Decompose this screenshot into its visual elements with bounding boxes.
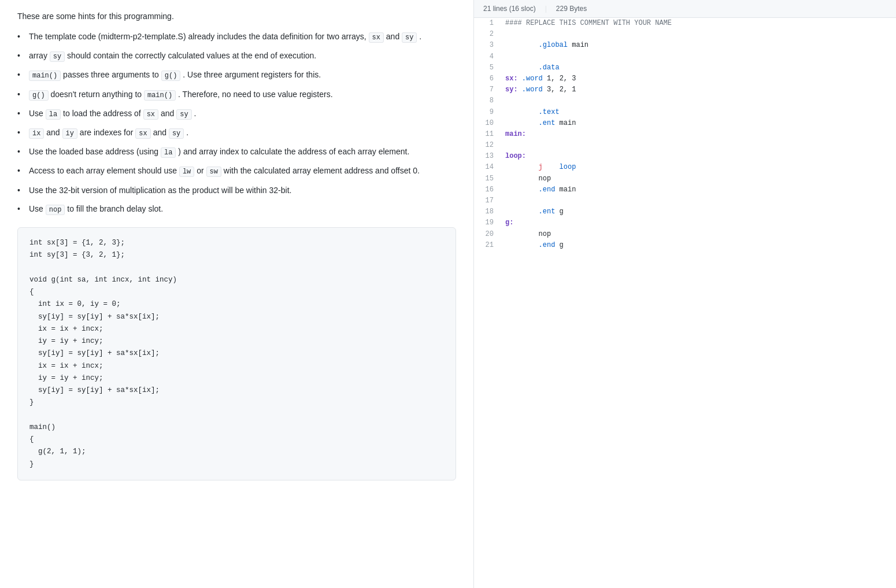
line-number: 4 — [474, 51, 503, 62]
line-content: nop — [503, 173, 896, 184]
table-row: 11main: — [474, 129, 896, 140]
table-row: 4 — [474, 51, 896, 62]
right-panel: 21 lines (16 sloc) | 229 Bytes 1#### REP… — [474, 0, 896, 588]
line-content: .end main — [503, 184, 896, 195]
line-number: 3 — [474, 40, 503, 51]
table-row: 17 — [474, 195, 896, 206]
line-content: .data — [503, 62, 896, 73]
line-number: 18 — [474, 206, 503, 217]
line-content: .ent g — [503, 206, 896, 217]
line-number: 9 — [474, 107, 503, 118]
line-content: .global main — [503, 40, 896, 51]
file-meta: 21 lines (16 sloc) | 229 Bytes — [474, 0, 896, 18]
table-row: 16 .end main — [474, 184, 896, 195]
line-content — [503, 29, 896, 40]
table-row: 1#### REPLACE THIS COMMENT WITH YOUR NAM… — [474, 18, 896, 29]
line-content: #### REPLACE THIS COMMENT WITH YOUR NAME — [503, 18, 896, 29]
line-number: 21 — [474, 240, 503, 251]
line-number: 1 — [474, 18, 503, 29]
code-block: int sx[3] = {1, 2, 3}; int sy[3] = {3, 2… — [17, 227, 456, 480]
code-main-1: main() — [29, 71, 61, 81]
code-lw: lw — [179, 167, 194, 177]
line-content: .end g — [503, 240, 896, 251]
line-number: 12 — [474, 140, 503, 151]
code-sx-1: sx — [369, 32, 384, 43]
hint-3: main() passes three arguments to g() . U… — [17, 68, 456, 82]
code-sy-4: sy — [169, 128, 184, 139]
hint-5: Use la to load the address of sx and sy … — [17, 107, 456, 120]
line-number: 11 — [474, 129, 503, 140]
line-content: loop: — [503, 151, 896, 162]
table-row: 14 j loop — [474, 162, 896, 173]
code-iy-1: iy — [62, 128, 77, 139]
line-number: 6 — [474, 73, 503, 84]
line-content: g: — [503, 217, 896, 228]
line-number: 2 — [474, 29, 503, 40]
line-content: .ent main — [503, 118, 896, 129]
code-la-2: la — [161, 147, 176, 158]
line-number: 10 — [474, 118, 503, 129]
table-row: 18 .ent g — [474, 206, 896, 217]
line-content: sx: .word 1, 2, 3 — [503, 73, 896, 84]
hint-9: Use the 32-bit version of multiplication… — [17, 184, 456, 197]
code-g-1: g() — [161, 71, 181, 81]
code-main-2: main() — [144, 90, 176, 101]
line-number: 17 — [474, 195, 503, 206]
table-row: 12 — [474, 140, 896, 151]
line-number: 5 — [474, 62, 503, 73]
code-ix-1: ix — [29, 128, 44, 139]
line-content: j loop — [503, 162, 896, 173]
line-content — [503, 95, 896, 106]
line-number: 16 — [474, 184, 503, 195]
code-g-2: g() — [29, 90, 49, 101]
code-sw: sw — [206, 167, 221, 177]
code-la-1: la — [46, 109, 61, 120]
hint-10: Use nop to fill the branch delay slot. — [17, 202, 456, 216]
table-row: 15 nop — [474, 173, 896, 184]
code-sy-3: sy — [176, 109, 191, 120]
line-content: .text — [503, 107, 896, 118]
line-content: main: — [503, 129, 896, 140]
table-row: 8 — [474, 95, 896, 106]
table-row: 3 .global main — [474, 40, 896, 51]
line-number: 15 — [474, 173, 503, 184]
table-row: 21 .end g — [474, 240, 896, 251]
line-number: 8 — [474, 95, 503, 106]
table-row: 7sy: .word 3, 2, 1 — [474, 84, 896, 95]
line-number: 20 — [474, 229, 503, 240]
code-sx-3: sx — [135, 128, 150, 139]
left-panel: These are some hints for this programmin… — [0, 0, 474, 588]
code-sy-1: sy — [402, 32, 417, 43]
table-row: 20 nop — [474, 229, 896, 240]
line-content — [503, 195, 896, 206]
hint-7: Use the loaded base address (using la ) … — [17, 145, 456, 158]
table-row: 10 .ent main — [474, 118, 896, 129]
hint-2: array sy should contain the correctly ca… — [17, 49, 456, 62]
line-content: nop — [503, 229, 896, 240]
file-lines: 21 lines (16 sloc) — [483, 5, 536, 13]
meta-divider: | — [545, 5, 547, 13]
code-table: 1#### REPLACE THIS COMMENT WITH YOUR NAM… — [474, 18, 896, 251]
line-number: 13 — [474, 151, 503, 162]
code-sx-2: sx — [143, 109, 158, 120]
hint-8: Access to each array element should use … — [17, 164, 456, 177]
line-content: sy: .word 3, 2, 1 — [503, 84, 896, 95]
code-nop: nop — [46, 205, 65, 215]
file-size: 229 Bytes — [556, 5, 587, 13]
line-number: 19 — [474, 217, 503, 228]
line-number: 7 — [474, 84, 503, 95]
hints-list: The template code (midterm-p2-template.S… — [17, 30, 456, 216]
table-row: 5 .data — [474, 62, 896, 73]
hint-6: ix and iy are indexes for sx and sy . — [17, 126, 456, 139]
table-row: 19g: — [474, 217, 896, 228]
table-row: 9 .text — [474, 107, 896, 118]
table-row: 13loop: — [474, 151, 896, 162]
hint-1: The template code (midterm-p2-template.S… — [17, 30, 456, 43]
table-row: 2 — [474, 29, 896, 40]
line-content — [503, 51, 896, 62]
code-sy-2: sy — [50, 51, 65, 62]
line-number: 14 — [474, 162, 503, 173]
table-row: 6sx: .word 1, 2, 3 — [474, 73, 896, 84]
line-content — [503, 140, 896, 151]
hint-4: g() doesn't return anything to main() . … — [17, 88, 456, 101]
